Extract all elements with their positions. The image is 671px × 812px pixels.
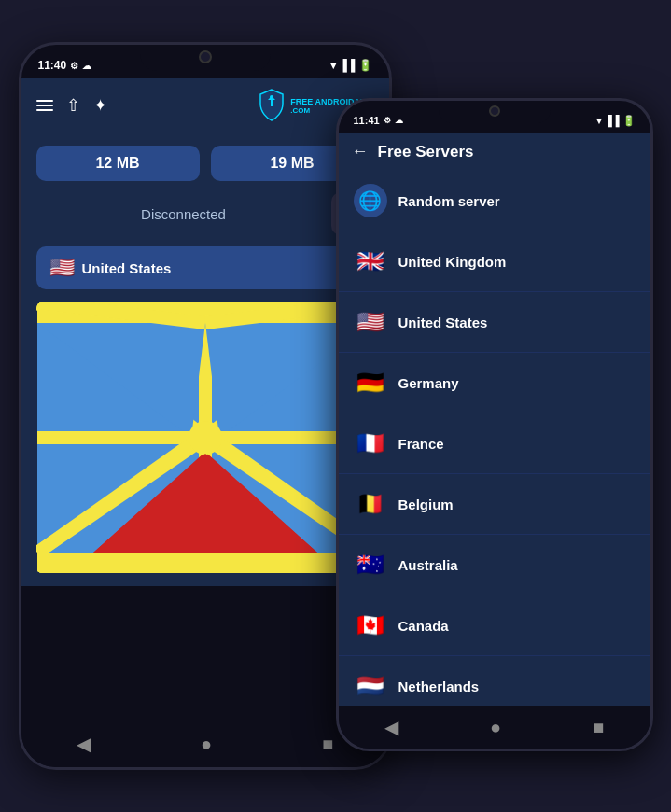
phone2-signal-icon: ▐▐ xyxy=(605,115,620,126)
phone1-status-right: ▾ ▐▐ 🔋 xyxy=(330,59,371,72)
server-list: 🌐Random server🇬🇧United Kingdom🇺🇸United S… xyxy=(339,171,650,717)
svg-point-0 xyxy=(270,95,273,99)
server-flag-icon: 🇬🇧 xyxy=(354,245,387,278)
back-button[interactable]: ← xyxy=(352,142,369,161)
phone2-header: ← Free Servers xyxy=(339,133,650,171)
nav-back[interactable]: ◀ xyxy=(77,733,91,755)
server-name: Random server xyxy=(398,193,500,209)
phone1-camera xyxy=(199,50,212,63)
phone2-wifi-icon: ▾ xyxy=(596,115,602,127)
phone2-nav-recent[interactable]: ■ xyxy=(593,717,604,738)
server-flag-icon: 🇩🇪 xyxy=(354,366,387,399)
country-name: United States xyxy=(82,260,329,276)
nav-recent[interactable]: ■ xyxy=(322,734,333,755)
server-flag-icon: 🇨🇦 xyxy=(354,609,387,642)
server-name: Australia xyxy=(398,557,458,573)
server-name: Germany xyxy=(398,375,459,391)
disconnect-row: Disconnected xyxy=(36,192,374,235)
server-flag-icon: 🌐 xyxy=(354,184,387,217)
server-name: Canada xyxy=(398,618,449,634)
server-item[interactable]: 🌐Random server xyxy=(339,171,650,231)
phone2-status-right: ▾ ▐▐ 🔋 xyxy=(596,115,636,127)
country-flag: 🇺🇸 xyxy=(49,256,75,280)
server-item[interactable]: 🇫🇷France xyxy=(339,413,650,474)
server-item[interactable]: 🇦🇺Australia xyxy=(339,535,650,595)
phone2-nav-home[interactable]: ● xyxy=(490,717,501,738)
logo-shield-icon xyxy=(257,88,287,123)
phone1-status-left: 11:40 ⚙ ☁ xyxy=(38,59,92,72)
server-flag-icon: 🇧🇪 xyxy=(354,487,387,521)
phone1-content: 12 MB 19 MB Disconnected 🇺🇸 United State… xyxy=(21,133,389,586)
phone1-nav: ◀ ● ■ xyxy=(21,721,389,767)
server-name: United States xyxy=(398,315,488,330)
star-icon[interactable]: ✦ xyxy=(93,95,107,116)
server-item[interactable]: 🇬🇧United Kingdom xyxy=(339,231,650,292)
share-icon[interactable]: ⇧ xyxy=(66,95,80,116)
server-name: Netherlands xyxy=(398,679,480,694)
hamburger-icon[interactable] xyxy=(36,100,53,111)
server-flag-icon: 🇳🇱 xyxy=(354,669,387,703)
flag-display xyxy=(36,302,374,573)
server-item[interactable]: 🇨🇦Canada xyxy=(339,595,650,656)
phone1-settings-icon: ⚙ xyxy=(70,61,78,71)
phone2-cloud-icon: ☁ xyxy=(395,116,403,125)
phone1-battery-icon: 🔋 xyxy=(358,59,372,72)
server-item[interactable]: 🇧🇪Belgium xyxy=(339,474,650,535)
phone2-nav-back[interactable]: ◀ xyxy=(384,716,398,738)
svg-rect-29 xyxy=(37,553,373,573)
phone1-time: 11:40 xyxy=(38,59,67,72)
phone2-settings-icon: ⚙ xyxy=(384,116,391,125)
phone2-time: 11:41 xyxy=(354,115,380,126)
free-servers-title: Free Servers xyxy=(378,143,474,161)
server-name: France xyxy=(398,436,444,452)
server-flag-icon: 🇦🇺 xyxy=(354,548,387,581)
disconnect-text: Disconnected xyxy=(36,206,331,222)
phone2-nav: ◀ ● ■ xyxy=(339,706,650,749)
phone2: 11:41 ⚙ ☁ ▾ ▐▐ 🔋 ← Free Servers 🌐Random … xyxy=(336,98,653,751)
phone2-camera xyxy=(489,105,500,117)
country-selector[interactable]: 🇺🇸 United States ▾ xyxy=(36,246,374,289)
download-stat: 12 MB xyxy=(36,146,200,181)
phone1-header: ⇧ ✦ FREE ANDROID VPN .COM xyxy=(21,78,389,133)
phones-container: 11:40 ⚙ ☁ ▾ ▐▐ 🔋 ⇧ ✦ xyxy=(19,23,653,789)
svg-point-27 xyxy=(189,421,222,455)
phone1-cloud-icon: ☁ xyxy=(82,61,91,71)
phone1-signal-icon: ▐▐ xyxy=(339,59,355,72)
phone1-wifi-icon: ▾ xyxy=(330,59,336,72)
phone1-header-icons: ⇧ ✦ xyxy=(36,95,107,116)
nav-home[interactable]: ● xyxy=(201,734,212,755)
phone2-battery-icon: 🔋 xyxy=(622,115,636,127)
server-item[interactable]: 🇺🇸United States xyxy=(339,292,650,353)
server-item[interactable]: 🇩🇪Germany xyxy=(339,353,650,413)
server-name: United Kingdom xyxy=(398,254,507,270)
server-flag-icon: 🇺🇸 xyxy=(354,305,387,339)
server-flag-icon: 🇫🇷 xyxy=(354,427,387,460)
server-name: Belgium xyxy=(398,497,454,512)
phone2-status-left: 11:41 ⚙ ☁ xyxy=(354,115,403,126)
phone1-stats: 12 MB 19 MB xyxy=(36,146,374,181)
